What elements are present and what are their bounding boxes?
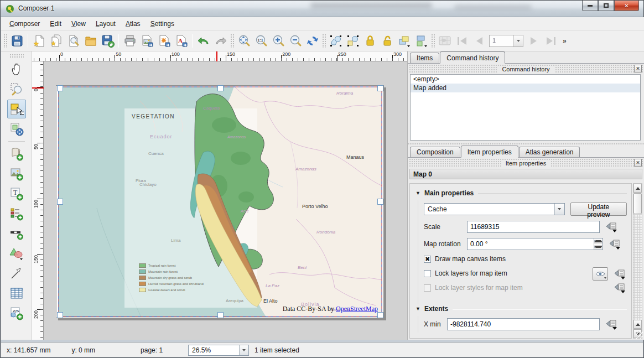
map-item[interactable]: VEGETATIONRoraimaCaquetáEcuadorCuencaAma… [58, 86, 382, 317]
toolbar-drag-handle[interactable] [9, 54, 24, 58]
atlas-page-dropdown-button[interactable] [513, 35, 523, 46]
data-defined-override-button[interactable] [607, 238, 622, 250]
menu-composer[interactable]: Composer [4, 18, 45, 29]
composition-canvas[interactable]: VEGETATIONRoraimaCaquetáEcuadorCuencaAma… [44, 61, 407, 340]
rotation-spinbox[interactable] [594, 238, 603, 250]
resize-handle-e[interactable] [377, 199, 383, 205]
group-items-button[interactable] [327, 32, 344, 49]
zoom-out-button[interactable] [287, 32, 304, 49]
maximize-button[interactable] [598, 1, 614, 11]
scale-input[interactable] [467, 221, 600, 233]
duplicate-composer-button[interactable] [48, 32, 65, 49]
tab-composition[interactable]: Composition [410, 147, 460, 157]
tab-items[interactable]: Items [410, 53, 439, 63]
command-history-item[interactable]: Map added [411, 84, 640, 92]
resize-grip[interactable] [636, 331, 643, 339]
command-history-item[interactable]: <empty> [411, 75, 640, 84]
add-new-map-button[interactable] [7, 144, 26, 163]
zoom-full-button[interactable] [235, 32, 252, 49]
add-label-button[interactable]: T [7, 184, 26, 203]
combobox-dropdown-button[interactable] [239, 345, 248, 355]
main-properties-header[interactable]: ▼ Main properties [416, 189, 627, 197]
data-defined-override-button[interactable] [604, 221, 619, 233]
atlas-first-feature-button[interactable] [453, 32, 470, 49]
add-image-button[interactable] [7, 164, 26, 183]
scrollbar-thumb[interactable] [633, 193, 642, 214]
unlock-items-button[interactable] [378, 32, 396, 49]
item-properties-dock-header[interactable]: Item properties ✕ [409, 158, 643, 168]
add-legend-button[interactable] [7, 204, 26, 223]
command-history-list[interactable]: <empty>Map added [410, 74, 641, 141]
export-svg-button[interactable] [155, 32, 173, 49]
atlas-page-combobox[interactable]: 1 [489, 35, 523, 47]
page[interactable]: VEGETATIONRoraimaCaquetáEcuadorCuencaAma… [56, 85, 384, 318]
tab-command-history[interactable]: Command history [440, 51, 505, 64]
lock-items-button[interactable] [361, 32, 378, 49]
align-items-button[interactable] [413, 32, 430, 49]
add-shape-button[interactable] [7, 244, 26, 263]
data-defined-override-button[interactable] [612, 268, 627, 280]
manage-composers-button[interactable] [65, 32, 82, 49]
scroll-up-button-2[interactable] [633, 320, 642, 329]
add-arrow-button[interactable] [7, 264, 26, 283]
toolbar-drag-handle[interactable] [230, 34, 234, 48]
resize-handle-s[interactable] [217, 312, 224, 318]
export-pdf-button[interactable]: A [173, 32, 190, 49]
close-button[interactable]: ✕ [614, 1, 639, 11]
resize-handle-n[interactable] [217, 85, 224, 91]
toolbar-drag-handle[interactable] [322, 34, 326, 48]
ungroup-items-button[interactable] [344, 32, 361, 49]
add-scalebar-button[interactable] [7, 224, 26, 243]
zoom-in-button[interactable] [269, 32, 287, 49]
update-preview-button[interactable]: Update preview [570, 203, 627, 216]
lock-layers-checkbox[interactable] [424, 270, 431, 277]
select-move-item-tool-button[interactable] [7, 100, 26, 118]
toolbar-drag-handle[interactable] [431, 34, 435, 48]
atlas-next-feature-button[interactable] [525, 32, 542, 49]
menu-view[interactable]: View [66, 18, 91, 29]
openstreetmap-link[interactable]: OpenStreetMap [336, 305, 378, 313]
resize-handle-sw[interactable] [57, 312, 63, 318]
atlas-previous-feature-button[interactable] [470, 32, 487, 49]
combobox-dropdown-button[interactable] [554, 204, 564, 215]
raise-items-button[interactable] [396, 32, 413, 49]
refresh-view-button[interactable] [304, 32, 321, 49]
export-image-button[interactable] [138, 32, 155, 49]
data-defined-override-button[interactable] [604, 318, 619, 330]
data-defined-override-button[interactable] [612, 282, 627, 294]
resize-handle-se[interactable] [377, 312, 383, 318]
zoom-tool-button[interactable] [7, 80, 26, 98]
add-attribute-table-button[interactable] [7, 284, 26, 303]
atlas-last-feature-button[interactable] [542, 32, 559, 49]
tab-atlas-generation[interactable]: Atlas generation [519, 147, 580, 157]
move-item-content-tool-button[interactable] [7, 120, 26, 138]
redo-button[interactable] [212, 32, 229, 49]
new-composer-button[interactable] [30, 32, 48, 49]
zoom-level-combobox[interactable]: 26.5% [188, 345, 249, 356]
visibility-preset-button[interactable] [593, 267, 608, 281]
spin-up-button[interactable] [594, 238, 603, 244]
close-icon[interactable]: ✕ [634, 159, 642, 167]
save-as-button[interactable] [99, 32, 116, 49]
close-icon[interactable]: ✕ [634, 65, 642, 72]
title-bar[interactable]: Composer 1 ✕ [1, 1, 643, 17]
map-rotation-input[interactable] [467, 238, 603, 250]
menu-layout[interactable]: Layout [91, 18, 121, 29]
lock-layer-styles-checkbox[interactable] [424, 284, 431, 292]
spin-down-button[interactable] [594, 244, 603, 250]
add-html-button[interactable]: </> [7, 304, 26, 323]
command-history-dock-header[interactable]: Command history ✕ [409, 64, 643, 74]
resize-handle-w[interactable] [57, 199, 63, 205]
save-project-button[interactable] [8, 32, 25, 49]
zoom-actual-button[interactable]: 1:1 [252, 32, 269, 49]
pan-tool-button[interactable] [7, 60, 26, 79]
tab-item-properties[interactable]: Item properties [461, 146, 518, 158]
scroll-up-button[interactable] [633, 184, 642, 193]
preview-mode-combobox[interactable]: Cache [424, 203, 565, 215]
resize-handle-ne[interactable] [377, 85, 383, 91]
toolbar-drag-handle[interactable] [3, 34, 7, 48]
properties-scrollbar[interactable] [633, 183, 642, 339]
open-composer-button[interactable] [82, 32, 99, 49]
menu-edit[interactable]: Edit [45, 18, 66, 29]
xmin-input[interactable] [447, 318, 600, 330]
